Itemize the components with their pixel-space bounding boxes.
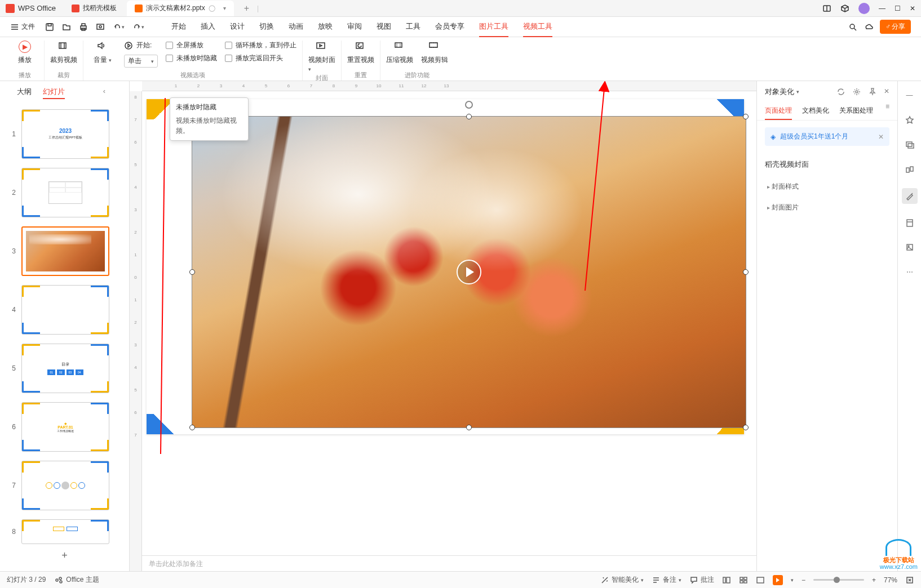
zoom-slider[interactable]	[813, 579, 864, 581]
rt-more-icon[interactable]: ⋯	[904, 266, 916, 278]
resize-handle-bm[interactable]	[466, 425, 472, 430]
rt-collapse-icon[interactable]: —	[904, 89, 916, 101]
menu-video-tools[interactable]: 视频工具	[523, 17, 552, 37]
menu-member[interactable]: 会员专享	[435, 17, 464, 37]
zoom-value[interactable]: 77%	[884, 576, 897, 584]
rt-transition-icon[interactable]	[904, 163, 916, 176]
zoom-out-button[interactable]: −	[802, 576, 805, 584]
rt-template-icon[interactable]	[904, 216, 916, 229]
pin-icon[interactable]	[868, 87, 877, 96]
rt-layers-icon[interactable]	[904, 139, 916, 151]
menu-tools[interactable]: 工具	[406, 17, 420, 37]
thumbnail-5[interactable]: 目录01020304	[21, 344, 109, 393]
file-menu[interactable]: 文件	[5, 22, 41, 32]
menu-start[interactable]: 开始	[171, 17, 186, 37]
volume-button[interactable]: 音量 ▾	[89, 41, 116, 65]
resize-handle-bl[interactable]	[189, 425, 195, 430]
resize-handle-mr[interactable]	[743, 269, 749, 275]
slides-tab[interactable]: 幻灯片	[43, 87, 65, 99]
menu-view[interactable]: 视图	[377, 17, 391, 37]
fit-view-icon[interactable]	[905, 576, 914, 585]
panel-toggle-icon[interactable]	[822, 4, 831, 13]
fullscreen-checkbox[interactable]: 全屏播放	[166, 41, 217, 50]
loop-checkbox[interactable]: 循环播放，直到停止	[225, 41, 296, 50]
resize-handle-tr[interactable]	[743, 114, 749, 119]
tab-template[interactable]: 找稻壳模板	[64, 1, 125, 16]
rp-tab-doc[interactable]: 文档美化	[802, 103, 829, 120]
undo-button[interactable]: ▾	[113, 23, 125, 32]
thumbnail-3[interactable]	[21, 226, 109, 276]
sorter-view-icon[interactable]	[739, 576, 748, 585]
compress-video-button[interactable]: 压缩视频	[386, 41, 413, 65]
maximize-button[interactable]: ☐	[895, 5, 901, 12]
notes-area[interactable]: 单击此处添加备注	[142, 555, 756, 571]
smart-beautify-button[interactable]: 智能美化▾	[600, 575, 644, 585]
rp-tab-page[interactable]: 页面处理	[765, 103, 792, 120]
video-play-icon[interactable]	[457, 260, 481, 284]
thumbnail-4[interactable]	[21, 285, 109, 335]
open-icon[interactable]	[62, 23, 71, 32]
resize-handle-ml[interactable]	[189, 269, 195, 275]
rp-tab-relation[interactable]: 关系图处理	[839, 103, 873, 120]
minimize-button[interactable]: —	[879, 5, 885, 12]
tab-document[interactable]: 演示文稿素材2.pptx ◯ ▾	[127, 1, 234, 16]
refresh-icon[interactable]	[836, 87, 845, 96]
menu-design[interactable]: 设计	[230, 17, 245, 37]
reset-video-button[interactable]: 重置视频	[347, 41, 374, 65]
slideshow-view-icon[interactable]	[773, 575, 783, 585]
promo-banner[interactable]: ◈ 超级会员买1年送1个月 ✕	[765, 127, 889, 146]
redo-button[interactable]: ▾	[132, 23, 144, 32]
chevron-down-icon[interactable]: ▾	[122, 24, 125, 30]
share-button[interactable]: ♂分享	[880, 20, 911, 34]
zoom-thumb[interactable]	[834, 577, 840, 583]
thumbnail-6[interactable]: ◆PART.01工作情况概述	[21, 402, 109, 452]
menu-insert[interactable]: 插入	[201, 17, 215, 37]
promo-close-icon[interactable]: ✕	[878, 133, 884, 141]
slideshow-dropdown-icon[interactable]: ▾	[791, 577, 794, 583]
zoom-in-button[interactable]: +	[872, 576, 876, 584]
resize-handle-tm[interactable]	[466, 114, 472, 119]
thumbnail-8[interactable]	[21, 519, 109, 544]
outline-tab[interactable]: 大纲	[17, 87, 32, 99]
save-icon[interactable]	[45, 23, 54, 32]
crop-video-button[interactable]: 裁剪视频	[50, 41, 77, 65]
menu-review[interactable]: 审阅	[347, 17, 362, 37]
slide-canvas[interactable]	[147, 99, 744, 434]
hide-not-playing-checkbox[interactable]: 未播放时隐藏	[166, 54, 217, 63]
cover-style-item[interactable]: 封面样式	[757, 176, 897, 197]
preview-icon[interactable]	[96, 23, 105, 32]
rewind-checkbox[interactable]: 播放完返回开头	[225, 54, 296, 63]
cloud-icon[interactable]	[864, 23, 873, 32]
rotation-handle[interactable]	[465, 101, 473, 109]
menu-animation[interactable]: 动画	[289, 17, 303, 37]
search-icon[interactable]	[848, 23, 857, 32]
thumbnail-2[interactable]	[21, 168, 109, 217]
user-avatar[interactable]	[858, 3, 870, 14]
play-button[interactable]: ▶ 播放	[11, 41, 38, 65]
cover-image-item[interactable]: 封面图片	[757, 197, 897, 218]
reading-view-icon[interactable]	[756, 576, 765, 585]
close-button[interactable]: ✕	[910, 5, 915, 12]
chevron-down-icon[interactable]: ▾	[796, 89, 799, 95]
add-slide-button[interactable]: +	[0, 544, 129, 567]
tab-close-icon[interactable]: ▾	[223, 5, 226, 11]
rt-star-icon[interactable]	[904, 114, 916, 126]
menu-transition[interactable]: 切换	[259, 17, 274, 37]
tab-add-button[interactable]: +	[240, 3, 254, 14]
close-panel-icon[interactable]: ✕	[884, 87, 889, 96]
menu-picture-tools[interactable]: 图片工具	[479, 17, 508, 37]
comments-button[interactable]: 批注	[689, 575, 714, 585]
theme-indicator[interactable]: Office 主题	[55, 575, 99, 585]
thumbnail-7[interactable]	[21, 461, 109, 510]
rt-beautify-icon[interactable]	[902, 188, 918, 204]
more-icon[interactable]: ≡	[885, 103, 889, 120]
thumbnail-1[interactable]: 2023工作总结汇报PPT模板	[21, 109, 109, 159]
chevron-down-icon[interactable]: ▾	[141, 24, 144, 30]
notes-button[interactable]: 备注▾	[652, 575, 681, 585]
collapse-panel-icon[interactable]: ‹	[103, 87, 112, 99]
rt-material-icon[interactable]	[904, 241, 916, 253]
gear-icon[interactable]	[852, 87, 861, 96]
print-icon[interactable]	[79, 23, 88, 32]
video-cover-button[interactable]: 视频封面 ▾	[308, 41, 335, 73]
start-combo[interactable]: 单击 ▾	[124, 55, 158, 68]
